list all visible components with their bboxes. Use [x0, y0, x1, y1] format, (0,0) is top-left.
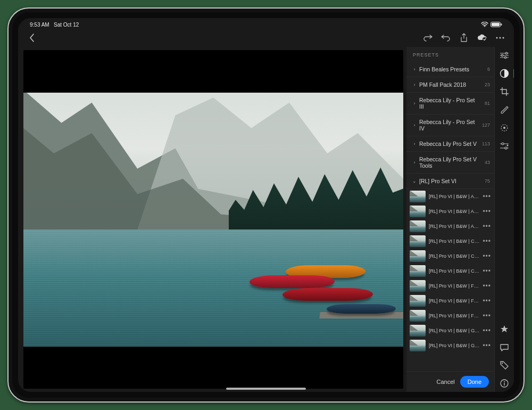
preset-group-label: Rebecca Lily - Pro Set IV — [418, 119, 480, 132]
preset-label: [RL] Pro VI | B&W | Glacier I — [429, 328, 479, 333]
status-right — [481, 22, 502, 27]
preset-group-label: Rebecca Lily Pro Set V — [418, 141, 480, 147]
svg-point-12 — [501, 54, 503, 56]
preset-item[interactable]: [RL] Pro VI | B&W | Glacier I••• — [406, 323, 494, 338]
preset-label: [RL] Pro VI | B&W | Casabl... — [429, 239, 479, 244]
back-button[interactable] — [26, 31, 38, 44]
svg-point-11 — [505, 52, 507, 54]
svg-point-5 — [496, 37, 498, 39]
share-icon[interactable] — [458, 31, 470, 44]
preset-item[interactable]: [RL] Pro VI | B&W | Arctic II••• — [406, 219, 494, 234]
preset-thumbnail — [410, 206, 426, 217]
crop-icon[interactable] — [499, 86, 510, 97]
presets-panel: PRESETS ›Finn Beales Presets6›PM Fall Pa… — [406, 47, 495, 392]
preset-group-label: [RL] Pro Set VI — [418, 178, 480, 184]
svg-point-17 — [503, 127, 505, 129]
preset-group-label: Rebecca Lily - Pro Set III — [418, 97, 480, 110]
preset-label: [RL] Pro VI | B&W | Casabl... — [429, 268, 479, 274]
preset-group[interactable]: ›Finn Beales Presets6 — [406, 62, 494, 77]
preset-group-label: Rebecca Lily Pro Set V Tools — [418, 156, 480, 169]
selective-icon[interactable] — [499, 141, 510, 151]
cancel-button[interactable]: Cancel — [436, 379, 454, 385]
svg-point-13 — [504, 56, 506, 58]
app-topbar — [18, 29, 514, 47]
preset-group[interactable]: ⌄[RL] Pro Set VI75 — [406, 174, 494, 189]
svg-point-23 — [504, 381, 505, 382]
chevron-right-icon: › — [411, 141, 418, 146]
preset-label: [RL] Pro VI | B&W | Fog I — [429, 283, 479, 289]
preset-label: [RL] Pro VI | B&W | Glacier II — [429, 343, 479, 348]
chevron-right-icon: › — [411, 67, 418, 72]
brush-icon[interactable] — [499, 104, 510, 115]
svg-point-6 — [500, 37, 501, 39]
preset-item[interactable]: [RL] Pro VI | B&W | Glacier II••• — [406, 338, 494, 353]
preset-thumbnail — [410, 340, 426, 351]
preset-group[interactable]: ›Rebecca Lily Pro Set V Tools43 — [406, 152, 494, 174]
status-date: Sat Oct 12 — [54, 22, 79, 28]
preset-label: [RL] Pro VI | B&W | Arctic II — [429, 209, 479, 214]
svg-point-19 — [505, 147, 507, 149]
preset-group[interactable]: ›PM Fall Pack 201823 — [406, 77, 494, 93]
chevron-right-icon: › — [411, 101, 418, 106]
preset-group[interactable]: ›Rebecca Lily - Pro Set IV127 — [406, 114, 494, 136]
preset-item[interactable]: [RL] Pro VI | B&W | Fog III••• — [406, 308, 494, 323]
preset-thumbnail — [410, 295, 426, 307]
preset-group-label: PM Fall Pack 2018 — [418, 81, 480, 88]
presets-icon[interactable] — [499, 68, 510, 79]
preset-items: [RL] Pro VI | B&W | Arctic I•••[RL] Pro … — [406, 189, 494, 371]
status-time: 9:53 AM — [30, 22, 49, 28]
preset-item[interactable]: [RL] Pro VI | B&W | Casabl...••• — [406, 264, 494, 278]
presets-footer: Cancel Done — [406, 371, 494, 392]
preset-item[interactable]: [RL] Pro VI | B&W | Casabl...••• — [406, 249, 494, 264]
cloud-sync-icon[interactable] — [476, 31, 488, 44]
undo-icon[interactable] — [439, 31, 452, 44]
chevron-right-icon: › — [411, 122, 418, 128]
sliders-icon[interactable] — [499, 50, 510, 61]
info-icon[interactable] — [499, 378, 510, 389]
chevron-right-icon: › — [411, 82, 418, 87]
preset-group-count: 43 — [480, 160, 490, 165]
svg-rect-24 — [504, 383, 504, 386]
preset-item[interactable]: [RL] Pro VI | B&W | Arctic I••• — [406, 189, 494, 204]
preset-label: [RL] Pro VI | B&W | Fog III — [429, 313, 479, 318]
svg-point-20 — [507, 145, 509, 146]
preset-item[interactable]: [RL] Pro VI | B&W | Casabl...••• — [406, 234, 494, 249]
status-bar: 9:53 AM Sat Oct 12 — [18, 18, 514, 29]
svg-point-18 — [502, 143, 504, 145]
done-button[interactable]: Done — [460, 376, 489, 388]
preset-thumbnail — [410, 191, 426, 202]
radial-icon[interactable] — [499, 122, 510, 133]
star-icon[interactable] — [499, 324, 510, 334]
wifi-icon — [481, 22, 488, 27]
preset-group-count: 81 — [480, 101, 490, 106]
preset-group-count: 23 — [480, 82, 490, 87]
tag-icon[interactable] — [499, 360, 510, 371]
preset-group-count: 75 — [480, 178, 490, 184]
preset-group[interactable]: ›Rebecca Lily - Pro Set III81 — [406, 93, 494, 114]
ipad-screen: 9:53 AM Sat Oct 12 — [18, 18, 514, 392]
preset-group-count: 113 — [480, 141, 490, 146]
svg-rect-2 — [492, 23, 500, 26]
tool-rail — [495, 47, 514, 392]
preset-item[interactable]: [RL] Pro VI | B&W | Fog II••• — [406, 293, 494, 308]
redo-icon[interactable] — [421, 31, 434, 44]
preset-groups: ›Finn Beales Presets6›PM Fall Pack 20182… — [406, 62, 494, 189]
preset-group-label: Finn Beales Presets — [418, 66, 480, 72]
preset-label: [RL] Pro VI | B&W | Fog II — [429, 298, 479, 304]
preset-label: [RL] Pro VI | B&W | Arctic I — [429, 194, 479, 199]
chat-icon[interactable] — [499, 342, 510, 352]
battery-icon — [491, 22, 502, 27]
home-indicator[interactable] — [226, 388, 306, 390]
svg-point-0 — [484, 26, 485, 27]
preset-thumbnail — [410, 280, 426, 292]
svg-point-7 — [503, 37, 504, 39]
preset-item[interactable]: [RL] Pro VI | B&W | Fog I••• — [406, 278, 494, 293]
preset-group[interactable]: ›Rebecca Lily Pro Set V113 — [406, 136, 494, 152]
preset-thumbnail — [410, 250, 426, 262]
preset-item[interactable]: [RL] Pro VI | B&W | Arctic II••• — [406, 204, 494, 219]
ipad-frame: 9:53 AM Sat Oct 12 — [7, 7, 525, 403]
photo-canvas[interactable] — [23, 50, 403, 389]
more-icon[interactable] — [494, 31, 506, 44]
svg-point-21 — [502, 363, 503, 364]
status-left: 9:53 AM Sat Oct 12 — [30, 22, 79, 28]
